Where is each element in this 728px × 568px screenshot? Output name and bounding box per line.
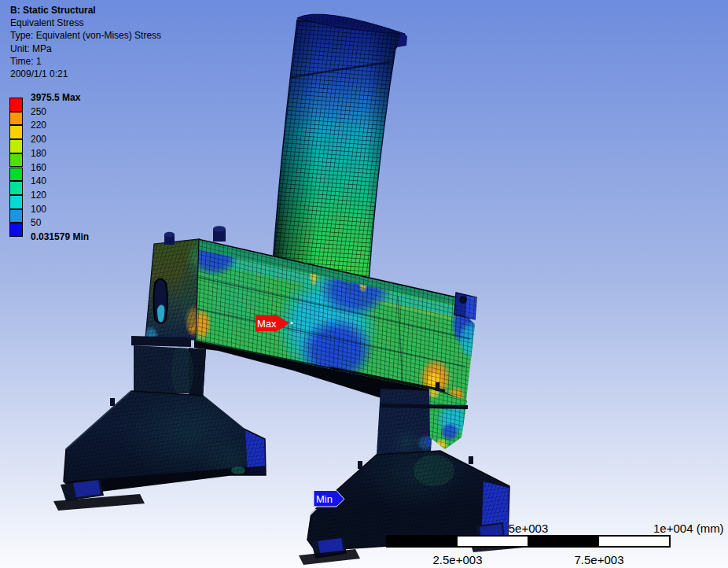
svg-text:7.5e+003: 7.5e+003 — [575, 553, 624, 566]
svg-text:5e+003: 5e+003 — [509, 522, 548, 535]
svg-text:2.5e+003: 2.5e+003 — [433, 553, 483, 566]
svg-text:Min: Min — [316, 493, 333, 505]
svg-text:1e+004 (mm): 1e+004 (mm) — [653, 522, 724, 535]
svg-text:Max: Max — [257, 318, 277, 330]
